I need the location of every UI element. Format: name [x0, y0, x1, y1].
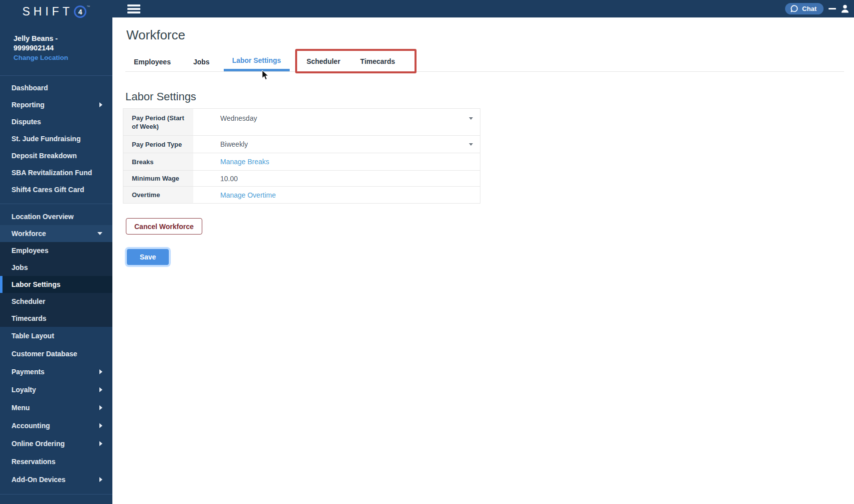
page-title: Workforce	[126, 27, 844, 43]
change-location-link[interactable]: Change Location	[13, 53, 99, 62]
sidebar-divider	[0, 204, 112, 204]
manage-breaks-link[interactable]: Manage Breaks	[220, 158, 269, 166]
chat-bubble-icon	[790, 4, 799, 13]
tab-labor-settings[interactable]: Labor Settings	[224, 52, 290, 71]
table-row-minimum-wage: Minimum Wage 10.00	[123, 171, 480, 187]
chevron-down-icon	[97, 232, 102, 235]
pay-period-start-dropdown[interactable]: Wednesday	[193, 109, 480, 135]
table-row-pay-period-type: Pay Period Type Biweekly	[123, 136, 480, 153]
shift4-logo-badge-icon: 4	[74, 5, 86, 18]
sidebar-item-online-ordering[interactable]: Online Ordering	[0, 435, 112, 453]
sidebar-item-table-layout[interactable]: Table Layout	[0, 327, 112, 345]
row-label: Minimum Wage	[123, 171, 193, 186]
sidebar-item-timecards[interactable]: Timecards	[0, 310, 112, 327]
sidebar-item-sba-revitalization-fund[interactable]: SBA Revitalization Fund	[0, 164, 112, 181]
sidebar-item-engagement[interactable]: Engagement	[0, 499, 112, 504]
sidebar-item-labor-settings[interactable]: Labor Settings	[0, 276, 112, 293]
tab-employees[interactable]: Employees	[125, 52, 179, 71]
location-name: Jelly Beans - 9999902144	[13, 34, 99, 53]
labor-settings-table: Pay Period (Start of Week) Wednesday Pay…	[123, 108, 480, 204]
row-label: Pay Period Type	[123, 136, 193, 153]
sidebar-item-disputes[interactable]: Disputes	[0, 113, 112, 130]
sidebar: SHIFT4™ Jelly Beans - 9999902144 Change …	[0, 0, 112, 504]
annotation-highlight-box: Scheduler Timecards	[295, 49, 417, 73]
sidebar-divider	[0, 75, 112, 76]
sidebar-item-reporting[interactable]: Reporting	[0, 96, 112, 113]
chevron-right-icon	[99, 477, 102, 482]
pay-period-type-dropdown[interactable]: Biweekly	[193, 136, 480, 153]
chat-button[interactable]: Chat	[785, 3, 824, 14]
sidebar-item-workforce[interactable]: Workforce	[0, 225, 112, 242]
sidebar-item-accounting[interactable]: Accounting	[0, 417, 112, 435]
row-label: Overtime	[123, 187, 193, 203]
sidebar-item-dashboard[interactable]: Dashboard	[0, 79, 112, 96]
minimize-icon[interactable]	[829, 8, 836, 9]
sidebar-item-location-overview[interactable]: Location Overview	[0, 208, 112, 225]
manage-overtime-link[interactable]: Manage Overtime	[220, 191, 276, 199]
sidebar-item-shift4-cares-gift-card[interactable]: Shift4 Cares Gift Card	[0, 181, 112, 198]
table-row-pay-period-start: Pay Period (Start of Week) Wednesday	[123, 109, 480, 136]
workforce-tabbar: Employees Jobs Labor Settings Scheduler …	[125, 52, 844, 72]
user-icon[interactable]	[841, 4, 849, 13]
sidebar-item-customer-database[interactable]: Customer Database	[0, 345, 112, 363]
dropdown-caret-icon	[469, 143, 473, 146]
section-heading: Labor Settings	[125, 90, 844, 103]
shift4-logo: SHIFT4™	[0, 0, 112, 24]
sidebar-item-menu[interactable]: Menu	[0, 399, 112, 417]
sidebar-item-jobs[interactable]: Jobs	[0, 259, 112, 276]
sidebar-item-scheduler[interactable]: Scheduler	[0, 293, 112, 310]
row-label: Pay Period (Start of Week)	[123, 109, 193, 135]
hamburger-menu-icon[interactable]	[127, 3, 140, 15]
table-row-breaks: Breaks Manage Breaks	[123, 153, 480, 171]
chat-button-label: Chat	[802, 5, 817, 12]
sidebar-item-employees[interactable]: Employees	[0, 242, 112, 259]
sidebar-item-loyalty[interactable]: Loyalty	[0, 381, 112, 399]
sidebar-item-reservations[interactable]: Reservations	[0, 453, 112, 471]
chevron-right-icon	[99, 102, 102, 107]
chevron-right-icon	[99, 387, 102, 392]
sidebar-item-payments[interactable]: Payments	[0, 363, 112, 381]
topbar: Chat	[112, 0, 854, 17]
sidebar-item-st-jude-fundraising[interactable]: St. Jude Fundraising	[0, 130, 112, 147]
cancel-workforce-button[interactable]: Cancel Workforce	[126, 218, 202, 235]
dropdown-caret-icon	[469, 117, 473, 120]
sidebar-divider	[0, 494, 112, 495]
row-label: Breaks	[123, 153, 193, 170]
table-row-overtime: Overtime Manage Overtime	[123, 187, 480, 204]
trademark-symbol: ™	[86, 5, 90, 8]
sidebar-item-add-on-devices[interactable]: Add-On Devices	[0, 471, 112, 489]
chevron-right-icon	[99, 423, 102, 428]
chevron-right-icon	[99, 441, 102, 446]
tab-jobs[interactable]: Jobs	[185, 52, 218, 71]
chevron-right-icon	[99, 369, 102, 374]
chevron-right-icon	[99, 405, 102, 410]
main-content: Workforce Employees Jobs Labor Settings …	[112, 17, 854, 504]
shift4-logo-text: SHIFT	[22, 5, 73, 18]
save-button[interactable]: Save	[127, 249, 169, 265]
tab-scheduler[interactable]: Scheduler	[298, 51, 349, 71]
tab-timecards[interactable]: Timecards	[352, 51, 404, 71]
minimum-wage-field[interactable]: 10.00	[193, 171, 480, 186]
sidebar-item-deposit-breakdown[interactable]: Deposit Breakdown	[0, 147, 112, 164]
